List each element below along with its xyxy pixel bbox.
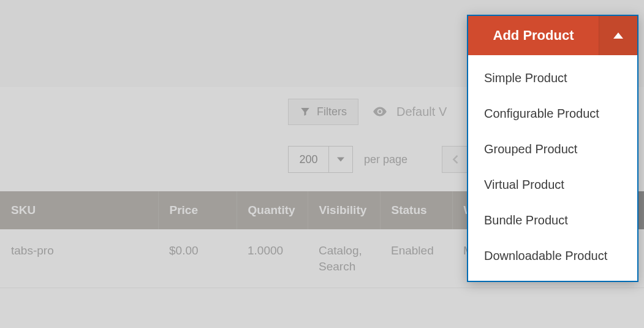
pager-inner: 200 per page [288,146,469,173]
cell-price: $0.00 [158,229,237,288]
eye-icon [372,104,388,120]
menu-item-bundle-product[interactable]: Bundle Product [468,202,637,238]
add-product-toggle[interactable] [599,16,637,55]
cell-quantity: 1.0000 [237,229,308,288]
add-product-label: Add Product [493,28,574,44]
per-page-label: per page [364,153,407,166]
grid-controls-inner: Filters Default V [288,99,447,125]
funnel-icon [300,106,311,117]
page-size-select[interactable]: 200 [288,146,353,173]
triangle-up-icon [613,32,623,39]
filters-button[interactable]: Filters [288,99,358,125]
default-view-toggle[interactable]: Default V [372,104,447,120]
cell-visibility: Catalog, Search [308,229,380,288]
menu-item-grouped-product[interactable]: Grouped Product [468,131,637,167]
chevron-left-icon [451,155,460,164]
page-size-caret[interactable] [329,147,352,172]
filters-label: Filters [317,105,347,118]
menu-item-simple-product[interactable]: Simple Product [468,60,637,96]
col-header-price[interactable]: Price [158,191,237,229]
col-header-status[interactable]: Status [380,191,452,229]
add-product-split-button: Add Product [468,16,637,55]
add-product-menu: Simple Product Configurable Product Grou… [468,55,637,281]
menu-item-virtual-product[interactable]: Virtual Product [468,167,637,202]
add-product-dropdown: Add Product Simple Product Configurable … [467,15,638,282]
menu-item-configurable-product[interactable]: Configurable Product [468,96,637,131]
caret-down-icon [337,156,344,163]
col-header-sku[interactable]: SKU [0,191,158,229]
cell-status: Enabled [380,229,452,288]
pager-prev-button[interactable] [442,146,469,173]
cell-sku: tabs-pro [0,229,158,288]
default-view-label: Default V [396,105,447,119]
menu-item-downloadable-product[interactable]: Downloadable Product [468,238,637,273]
col-header-visibility[interactable]: Visibility [308,191,380,229]
col-header-quantity[interactable]: Quantity [237,191,308,229]
page-size-value: 200 [289,147,329,172]
add-product-button[interactable]: Add Product [468,16,599,55]
